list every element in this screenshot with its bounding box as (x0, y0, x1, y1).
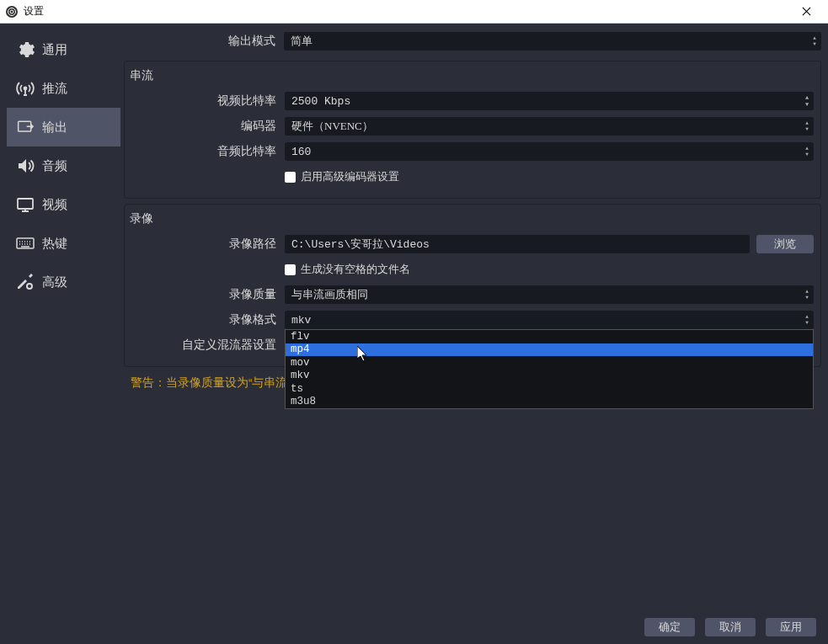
streaming-group: 串流 视频比特率 2500 Kbps ▲▼ 编码器 硬件（NVENC） ▲▼ (124, 61, 821, 199)
video-bitrate-value: 2500 Kbps (291, 95, 350, 108)
checkbox-box (285, 264, 296, 275)
checkbox-box (285, 172, 296, 183)
recording-path-row: 录像路径 C:\Users\安哥拉\Videos 浏览 (131, 233, 814, 255)
format-option[interactable]: mkv (286, 370, 813, 383)
combo-arrows-icon: ▲▼ (809, 33, 820, 50)
sidebar-item-output[interactable]: 输出 (7, 108, 120, 146)
output-mode-row: 输出模式 简单 ▲▼ (124, 30, 821, 52)
body: 通用 推流 输出 音频 (0, 24, 828, 610)
video-bitrate-input[interactable]: 2500 Kbps ▲▼ (285, 92, 814, 110)
ok-button[interactable]: 确定 (644, 618, 695, 636)
sidebar: 通用 推流 输出 音频 (7, 30, 120, 604)
recording-quality-select[interactable]: 与串流画质相同 ▲▼ (285, 285, 814, 304)
combo-arrows-icon: ▲▼ (802, 143, 812, 160)
format-option[interactable]: ts (286, 382, 813, 396)
format-option[interactable]: m3u8 (286, 396, 813, 409)
video-bitrate-row: 视频比特率 2500 Kbps ▲▼ (131, 90, 814, 112)
recording-format-value: mkv (291, 314, 311, 327)
sidebar-item-hotkeys[interactable]: 热键 (7, 224, 120, 263)
combo-arrows-icon: ▲▼ (802, 286, 812, 303)
output-mode-select[interactable]: 简单 ▲▼ (284, 32, 821, 51)
app-icon (5, 5, 19, 19)
recording-legend: 录像 (130, 211, 814, 226)
combo-arrows-icon: ▲▼ (802, 311, 812, 328)
output-icon (15, 117, 35, 137)
audio-bitrate-label: 音频比特率 (131, 144, 285, 159)
gear-icon (15, 40, 35, 60)
sidebar-item-audio[interactable]: 音频 (7, 146, 120, 185)
footer: 确定 取消 应用 (0, 610, 828, 644)
close-button[interactable] (789, 0, 823, 24)
combo-arrows-icon: ▲▼ (802, 118, 812, 135)
no-space-row: 生成没有空格的文件名 (131, 258, 814, 280)
sidebar-item-stream[interactable]: 推流 (7, 69, 120, 108)
sidebar-item-video[interactable]: 视频 (7, 185, 120, 224)
advanced-encoder-label: 启用高级编码器设置 (301, 169, 399, 184)
keyboard-icon (15, 233, 35, 253)
no-space-checkbox[interactable]: 生成没有空格的文件名 (285, 262, 410, 277)
tools-icon (15, 272, 35, 292)
sidebar-item-label: 高级 (42, 274, 67, 290)
sidebar-item-label: 热键 (42, 236, 67, 252)
muxer-label: 自定义混流器设置 (131, 338, 285, 353)
sidebar-item-label: 音频 (42, 158, 67, 174)
recording-quality-value: 与串流画质相同 (291, 287, 368, 302)
broadcast-icon (15, 78, 35, 98)
encoder-row: 编码器 硬件（NVENC） ▲▼ (131, 115, 814, 137)
encoder-label: 编码器 (131, 119, 285, 134)
cancel-button[interactable]: 取消 (705, 618, 756, 636)
video-bitrate-label: 视频比特率 (131, 93, 285, 109)
no-space-label: 生成没有空格的文件名 (301, 262, 410, 277)
output-mode-value: 简单 (291, 34, 313, 49)
audio-bitrate-value: 160 (291, 146, 311, 158)
format-option[interactable]: mov (286, 356, 813, 370)
recording-path-value: C:\Users\安哥拉\Videos (291, 237, 430, 252)
streaming-legend: 串流 (130, 68, 814, 83)
sidebar-item-label: 推流 (42, 81, 67, 97)
sidebar-item-label: 视频 (42, 197, 67, 213)
format-option[interactable]: flv (286, 330, 813, 343)
window-title: 设置 (24, 4, 789, 19)
advanced-encoder-checkbox[interactable]: 启用高级编码器设置 (285, 169, 399, 184)
recording-path-input[interactable]: C:\Users\安哥拉\Videos (285, 235, 750, 253)
format-option[interactable]: mp4 (286, 343, 813, 357)
recording-quality-label: 录像质量 (131, 287, 285, 302)
apply-button[interactable]: 应用 (766, 618, 816, 636)
recording-format-row: 录像格式 mkv ▲▼ (131, 309, 814, 331)
titlebar: 设置 (0, 0, 828, 24)
advanced-encoder-row: 启用高级编码器设置 (131, 166, 814, 188)
format-dropdown[interactable]: flvmp4movmkvtsm3u8 (285, 329, 814, 409)
recording-format-select[interactable]: mkv ▲▼ (285, 311, 814, 329)
spin-arrows-icon[interactable]: ▲▼ (802, 93, 812, 109)
encoder-value: 硬件（NVENC） (291, 119, 373, 134)
settings-window: 设置 通用 推流 输出 (0, 0, 828, 644)
recording-quality-row: 录像质量 与串流画质相同 ▲▼ (131, 284, 814, 306)
output-mode-label: 输出模式 (124, 34, 284, 49)
svg-rect-5 (18, 199, 33, 209)
recording-format-label: 录像格式 (131, 312, 285, 327)
sidebar-item-advanced[interactable]: 高级 (7, 263, 120, 301)
audio-icon (15, 156, 35, 176)
audio-bitrate-select[interactable]: 160 ▲▼ (285, 142, 814, 161)
sidebar-item-general[interactable]: 通用 (7, 30, 120, 69)
browse-button[interactable]: 浏览 (756, 235, 814, 253)
content: 输出模式 简单 ▲▼ 串流 视频比特率 2500 Kbps ▲▼ 编码器 (124, 30, 821, 604)
sidebar-item-label: 通用 (42, 42, 67, 58)
audio-bitrate-row: 音频比特率 160 ▲▼ (131, 141, 814, 162)
recording-path-label: 录像路径 (131, 237, 285, 252)
sidebar-item-label: 输出 (42, 120, 67, 136)
encoder-select[interactable]: 硬件（NVENC） ▲▼ (285, 117, 814, 136)
video-icon (15, 194, 35, 215)
